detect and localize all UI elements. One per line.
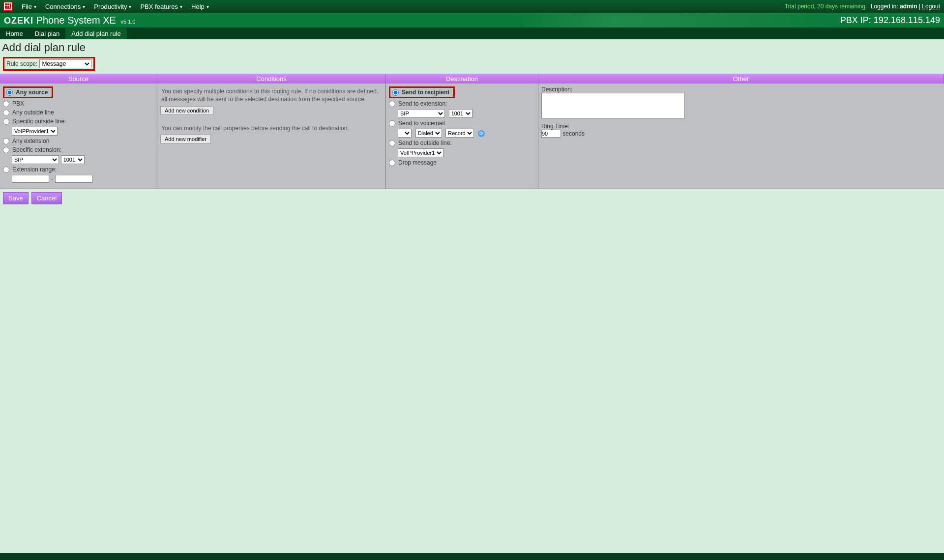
- dest-send-ext-label: Send to extension:: [398, 100, 447, 107]
- source-ext-proto-select[interactable]: SIP: [12, 155, 59, 164]
- menu-productivity[interactable]: Productivity▾: [94, 3, 131, 10]
- cancel-button[interactable]: Cancel: [31, 192, 62, 204]
- ring-time-input[interactable]: [541, 130, 561, 138]
- pbx-ip-label: PBX IP:: [840, 15, 871, 25]
- source-ext-range-to[interactable]: [55, 175, 92, 183]
- breadcrumb: Home Dial plan Add dial plan rule: [0, 28, 944, 39]
- col-header-other: Other: [538, 74, 944, 84]
- dest-outside-select[interactable]: VoIPProvider1: [398, 148, 443, 157]
- refresh-icon[interactable]: ⟳: [478, 130, 485, 137]
- conditions-help-2: You can modify the call properties befor…: [160, 122, 383, 133]
- svg-rect-4: [10, 3, 11, 8]
- dest-drop-label: Drop message: [398, 159, 437, 166]
- source-specific-outside-row: Specific outside line:: [3, 117, 154, 126]
- description-label: Description:: [541, 86, 572, 93]
- source-any-source-highlight: Any source: [3, 86, 53, 98]
- col-header-source: Source: [0, 74, 157, 84]
- conditions-column: You can specify multiple conditions to t…: [157, 84, 386, 189]
- source-column: Any source PBX Any outside line Specific…: [0, 84, 157, 189]
- pbx-ip-value: 192.168.115.149: [874, 15, 940, 25]
- menu-file[interactable]: File▾: [22, 3, 36, 10]
- dest-send-ext-radio[interactable]: [389, 101, 395, 107]
- rule-scope-label: Rule scope:: [6, 60, 37, 67]
- svg-rect-2: [5, 6, 7, 8]
- source-any-source-radio[interactable]: [6, 89, 13, 96]
- brand-ozeki: OZEKI: [4, 16, 33, 26]
- add-modifier-button[interactable]: Add new modifier: [160, 135, 211, 143]
- dest-ext-proto-select[interactable]: SIP: [398, 109, 445, 118]
- ring-time-row: Ring Time: seconds: [541, 123, 941, 138]
- dest-send-outside-label: Send to outside line:: [398, 140, 452, 146]
- source-specific-outside-select-row: VoIPProvider1: [12, 126, 154, 137]
- product-brand: OZEKI Phone System XE v5.1.0: [4, 15, 135, 26]
- source-pbx-radio[interactable]: [3, 101, 9, 107]
- caret-down-icon: ▾: [180, 4, 182, 9]
- crumb-home[interactable]: Home: [0, 28, 29, 39]
- other-column: Description: Ring Time: seconds: [538, 84, 944, 189]
- menu-connections[interactable]: Connections▾: [45, 3, 85, 10]
- dest-send-recipient-row: Send to recipient: [389, 85, 535, 99]
- dest-send-recipient-highlight: Send to recipient: [389, 86, 455, 98]
- menu-file-label: File: [22, 3, 32, 10]
- source-specific-ext-row: Specific extension:: [3, 145, 154, 154]
- action-buttons: Save Cancel: [0, 189, 944, 207]
- dest-ext-num-select[interactable]: 1001: [449, 109, 472, 118]
- source-specific-outside-select[interactable]: VoIPProvider1: [12, 127, 58, 136]
- crumb-dial-plan[interactable]: Dial plan: [29, 28, 66, 39]
- description-textarea[interactable]: [541, 93, 685, 118]
- source-pbx-label: PBX: [12, 100, 24, 107]
- source-specific-ext-radio[interactable]: [3, 147, 9, 153]
- dest-send-ext-row: Send to extension:: [389, 99, 535, 108]
- col-header-destination: Destination: [386, 74, 538, 84]
- dest-vm-select-2[interactable]: Dialed: [415, 129, 442, 138]
- dest-drop-radio[interactable]: [389, 160, 395, 166]
- logged-in-user: admin: [900, 3, 917, 10]
- menu-pbx-features-label: PBX features: [140, 3, 178, 10]
- source-pbx-row: PBX: [3, 99, 154, 108]
- logout-link[interactable]: Logout: [922, 3, 940, 10]
- dest-vm-selects: Dialed Record ⟳: [398, 128, 535, 139]
- top-right-status: Trial period, 20 days remaining. Logged …: [785, 3, 940, 10]
- source-any-outside-radio[interactable]: [3, 110, 9, 116]
- source-ext-num-select[interactable]: 1001: [61, 155, 85, 164]
- dest-send-recipient-label: Send to recipient: [402, 89, 449, 96]
- source-any-ext-label: Any extension: [12, 138, 49, 144]
- top-menu: File▾ Connections▾ Productivity▾ PBX fea…: [22, 3, 209, 10]
- dest-send-vm-label: Send to voicemail: [398, 120, 445, 127]
- svg-rect-0: [5, 3, 7, 5]
- rule-scope-select[interactable]: Message: [39, 59, 91, 68]
- source-specific-outside-radio[interactable]: [3, 118, 9, 125]
- source-any-ext-row: Any extension: [3, 137, 154, 145]
- source-ext-range-from[interactable]: [12, 175, 49, 183]
- top-nav: File▾ Connections▾ Productivity▾ PBX fea…: [0, 0, 944, 13]
- caret-down-icon: ▾: [34, 4, 36, 9]
- dest-outside-select-row: VoIPProvider1: [398, 147, 535, 158]
- rule-scope-highlight: Rule scope: Message: [3, 57, 95, 71]
- caret-down-icon: ▾: [206, 4, 209, 9]
- crumb-add-dial-plan-rule[interactable]: Add dial plan rule: [65, 28, 126, 39]
- menu-help[interactable]: Help▾: [191, 3, 209, 10]
- source-ext-range-radio[interactable]: [3, 167, 9, 173]
- source-any-source-label: Any source: [16, 89, 48, 96]
- dest-send-recipient-radio[interactable]: [392, 89, 399, 96]
- source-ext-range-label: Extension range:: [12, 166, 57, 173]
- dest-send-ext-selects: SIP 1001: [398, 108, 535, 119]
- dest-send-vm-row: Send to voicemail: [389, 119, 535, 128]
- col-header-conditions: Conditions: [157, 74, 386, 84]
- caret-down-icon: ▾: [83, 4, 85, 9]
- source-ext-range-row: Extension range:: [3, 165, 154, 174]
- dest-vm-select-1[interactable]: [398, 129, 412, 138]
- source-any-ext-radio[interactable]: [3, 138, 9, 144]
- dest-send-outside-radio[interactable]: [389, 140, 395, 146]
- dest-vm-select-3[interactable]: Record: [445, 129, 474, 138]
- source-specific-ext-label: Specific extension:: [12, 146, 61, 153]
- menu-productivity-label: Productivity: [94, 3, 127, 10]
- source-any-outside-label: Any outside line: [12, 109, 54, 116]
- brand-rest: Phone System XE: [36, 15, 116, 26]
- save-button[interactable]: Save: [3, 192, 29, 204]
- rule-scope-row: Rule scope: Message: [0, 56, 944, 74]
- menu-pbx-features[interactable]: PBX features▾: [140, 3, 182, 10]
- add-condition-button[interactable]: Add new condition: [160, 106, 213, 115]
- rule-columns: Source Conditions Destination Other Any …: [0, 74, 944, 189]
- dest-send-vm-radio[interactable]: [389, 120, 395, 127]
